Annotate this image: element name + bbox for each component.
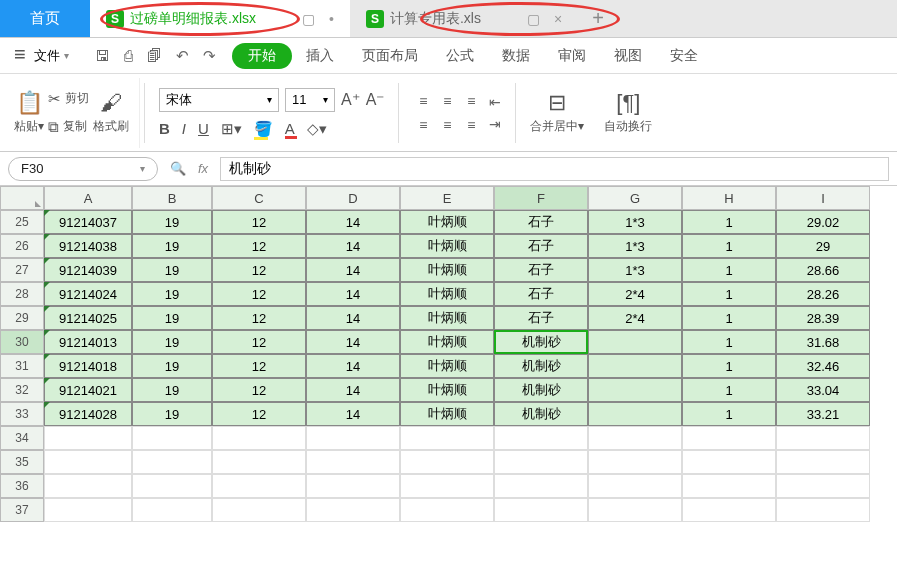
cell[interactable]: 叶炳顺 <box>400 378 494 402</box>
cell[interactable] <box>132 474 212 498</box>
row-header[interactable]: 33 <box>0 402 44 426</box>
row-header[interactable]: 34 <box>0 426 44 450</box>
row-header[interactable]: 26 <box>0 234 44 258</box>
cell[interactable] <box>400 426 494 450</box>
cell[interactable] <box>400 498 494 522</box>
cell[interactable] <box>212 474 306 498</box>
cell[interactable]: 2*4 <box>588 306 682 330</box>
fill-color-button[interactable]: 🪣 <box>254 120 273 138</box>
cell[interactable]: 1*3 <box>588 234 682 258</box>
cell[interactable]: 31.68 <box>776 330 870 354</box>
align-bottom-icon[interactable]: ≡ <box>461 91 481 111</box>
cell[interactable] <box>44 474 132 498</box>
cell[interactable] <box>44 450 132 474</box>
col-header-F[interactable]: F <box>494 186 588 210</box>
cell[interactable]: 石子 <box>494 282 588 306</box>
cell[interactable]: 机制砂 <box>494 330 588 354</box>
select-all-corner[interactable] <box>0 186 44 210</box>
decrease-font-icon[interactable]: A⁻ <box>366 90 385 109</box>
cell[interactable]: 14 <box>306 354 400 378</box>
cell[interactable]: 14 <box>306 330 400 354</box>
paste-button[interactable]: 📋 粘贴▾ <box>14 90 44 135</box>
cell[interactable]: 石子 <box>494 306 588 330</box>
file-menu[interactable]: 文件 ▾ <box>4 47 79 65</box>
cell[interactable]: 91214013 <box>44 330 132 354</box>
merge-center-button[interactable]: ⊟ 合并居中▾ <box>520 90 594 135</box>
cell[interactable] <box>494 498 588 522</box>
row-header[interactable]: 37 <box>0 498 44 522</box>
cell[interactable]: 1 <box>682 282 776 306</box>
row-header[interactable]: 32 <box>0 378 44 402</box>
menu-start[interactable]: 开始 <box>232 43 292 69</box>
undo-icon[interactable]: ↶ <box>176 47 189 65</box>
cell[interactable]: 33.04 <box>776 378 870 402</box>
redo-icon[interactable]: ↷ <box>203 47 216 65</box>
col-header-H[interactable]: H <box>682 186 776 210</box>
bold-button[interactable]: B <box>159 120 170 137</box>
cell[interactable]: 19 <box>132 330 212 354</box>
cell[interactable]: 33.21 <box>776 402 870 426</box>
cell[interactable]: 91214018 <box>44 354 132 378</box>
cell[interactable]: 28.26 <box>776 282 870 306</box>
cell[interactable] <box>588 378 682 402</box>
cell[interactable]: 19 <box>132 258 212 282</box>
cell[interactable] <box>588 354 682 378</box>
col-header-E[interactable]: E <box>400 186 494 210</box>
row-header[interactable]: 27 <box>0 258 44 282</box>
cell[interactable]: 叶炳顺 <box>400 330 494 354</box>
cell[interactable] <box>494 426 588 450</box>
font-name-select[interactable]: 宋体▾ <box>159 88 279 112</box>
row-header[interactable]: 31 <box>0 354 44 378</box>
cell[interactable]: 91214037 <box>44 210 132 234</box>
cell[interactable]: 1 <box>682 354 776 378</box>
cell[interactable]: 石子 <box>494 210 588 234</box>
cell[interactable]: 1*3 <box>588 258 682 282</box>
cell[interactable]: 1 <box>682 402 776 426</box>
cell[interactable] <box>212 450 306 474</box>
cell[interactable]: 12 <box>212 234 306 258</box>
wrap-text-button[interactable]: [¶] 自动换行 <box>594 90 662 135</box>
cell[interactable] <box>682 474 776 498</box>
clear-format-button[interactable]: ◇▾ <box>307 120 327 138</box>
row-header[interactable]: 25 <box>0 210 44 234</box>
cell[interactable] <box>212 426 306 450</box>
cell[interactable]: 29 <box>776 234 870 258</box>
menu-review[interactable]: 审阅 <box>544 47 600 65</box>
home-tab[interactable]: 首页 <box>0 0 90 37</box>
cell[interactable]: 12 <box>212 402 306 426</box>
preview-icon[interactable]: 🗐 <box>147 47 162 65</box>
italic-button[interactable]: I <box>182 120 186 137</box>
col-header-C[interactable]: C <box>212 186 306 210</box>
menu-view[interactable]: 视图 <box>600 47 656 65</box>
cell[interactable]: 1 <box>682 378 776 402</box>
print-icon[interactable]: ⎙ <box>124 47 133 65</box>
format-painter-button[interactable]: 🖌 格式刷 <box>93 90 129 135</box>
col-header-B[interactable]: B <box>132 186 212 210</box>
copy-button[interactable]: ⧉复制 <box>48 118 89 136</box>
cell[interactable]: 叶炳顺 <box>400 258 494 282</box>
menu-security[interactable]: 安全 <box>656 47 712 65</box>
cell[interactable]: 1 <box>682 306 776 330</box>
row-header[interactable]: 30 <box>0 330 44 354</box>
cell[interactable] <box>132 426 212 450</box>
cell[interactable]: 叶炳顺 <box>400 210 494 234</box>
cell[interactable] <box>306 450 400 474</box>
cell[interactable] <box>132 498 212 522</box>
menu-insert[interactable]: 插入 <box>292 47 348 65</box>
cell[interactable]: 19 <box>132 306 212 330</box>
cell[interactable] <box>588 330 682 354</box>
cell[interactable]: 91214039 <box>44 258 132 282</box>
cell[interactable]: 叶炳顺 <box>400 306 494 330</box>
cell[interactable]: 14 <box>306 258 400 282</box>
align-middle-icon[interactable]: ≡ <box>437 91 457 111</box>
col-header-I[interactable]: I <box>776 186 870 210</box>
cell[interactable] <box>588 450 682 474</box>
save-icon[interactable]: 🖫 <box>95 47 110 65</box>
align-top-icon[interactable]: ≡ <box>413 91 433 111</box>
cell[interactable]: 12 <box>212 306 306 330</box>
fx-icon[interactable]: fx <box>198 161 208 176</box>
cut-button[interactable]: ✂剪切 <box>48 90 89 108</box>
cancel-icon[interactable]: 🔍 <box>170 161 186 176</box>
cell[interactable] <box>776 474 870 498</box>
formula-input[interactable] <box>220 157 889 181</box>
